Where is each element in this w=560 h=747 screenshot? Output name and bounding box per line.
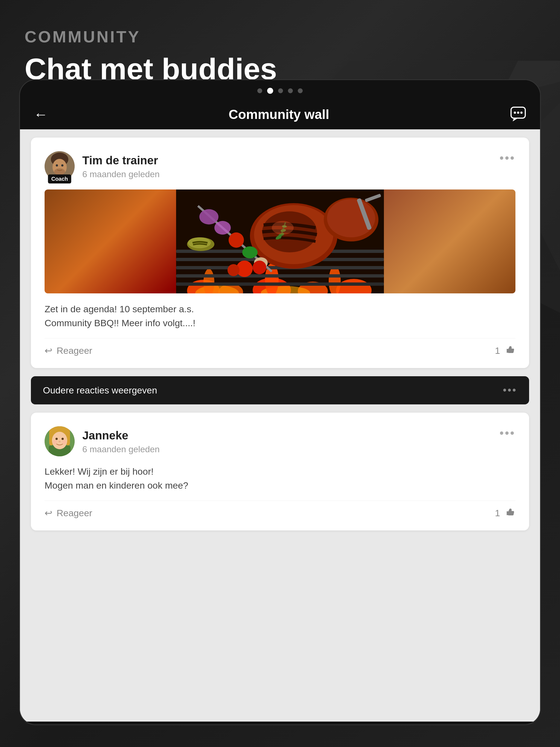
svg-point-36: [199, 209, 219, 225]
comment-card: Janneke 6 maanden geleden ••• Lekker! Wi…: [31, 413, 529, 531]
post-author-name: Tim de trainer: [82, 154, 160, 167]
comment-like-icon[interactable]: [505, 506, 515, 519]
svg-point-15: [54, 169, 65, 175]
svg-rect-31: [176, 282, 384, 286]
comment-reply-label: Reageer: [57, 508, 92, 518]
post-more-button[interactable]: •••: [500, 151, 515, 165]
post-card: Coach Tim de trainer 6 maanden geleden •…: [31, 137, 529, 368]
svg-rect-30: [176, 274, 384, 278]
app-screen: ← Community wall: [20, 99, 540, 722]
post-actions: ↩ Reageer 1: [45, 338, 515, 357]
post-image: [45, 189, 515, 293]
avatar-janneke: [45, 426, 75, 456]
nav-bar: ← Community wall: [20, 99, 540, 129]
comment-like-count: 1: [495, 508, 500, 518]
dot-3[interactable]: [278, 88, 283, 93]
reply-button[interactable]: ↩ Reageer: [45, 345, 92, 356]
svg-point-14: [61, 164, 63, 166]
svg-point-39: [242, 247, 258, 258]
post-text-line1: Zet in de agenda! 10 september a.s.: [45, 304, 194, 314]
comment-actions: ↩ Reageer 1: [45, 500, 515, 519]
post-header: Coach Tim de trainer 6 maanden geleden •…: [45, 151, 515, 181]
post-meta: Tim de trainer 6 maanden geleden: [82, 151, 160, 179]
back-button[interactable]: ←: [34, 106, 48, 123]
pagination-dots: [20, 80, 540, 99]
dot-1[interactable]: [257, 88, 262, 93]
comment-header: Janneke 6 maanden geleden •••: [45, 426, 515, 456]
svg-point-65: [62, 440, 67, 444]
post-text: Zet in de agenda! 10 september a.s. Comm…: [45, 302, 515, 330]
svg-point-38: [229, 232, 244, 248]
avatar-wrapper-janneke: [45, 426, 75, 456]
svg-point-9: [520, 111, 523, 114]
comment-text-line1: Lekker! Wij zijn er bij hoor!: [45, 466, 154, 476]
post-author-info: Coach Tim de trainer 6 maanden geleden: [45, 151, 160, 181]
older-comments-bar[interactable]: Oudere reacties weergeven •••: [31, 376, 529, 404]
comment-text-line2: Mogen man en kinderen ook mee?: [45, 480, 188, 491]
content-area: Coach Tim de trainer 6 maanden geleden •…: [20, 129, 540, 722]
comment-text: Lekker! Wij zijn er bij hoor! Mogen man …: [45, 465, 515, 492]
comment-time: 6 maanden geleden: [82, 444, 160, 455]
svg-point-54: [272, 221, 294, 235]
comment-author-info: Janneke 6 maanden geleden: [45, 426, 160, 456]
comment-reply-icon: ↩: [45, 508, 52, 518]
like-icon[interactable]: [505, 344, 515, 357]
comment-author-name: Janneke: [82, 429, 160, 442]
svg-point-50: [253, 261, 266, 274]
post-text-line2: Community BBQ!! Meer info volgt....!: [45, 318, 196, 328]
older-comments-label: Oudere reacties weergeven: [43, 385, 157, 396]
comment-like-section: 1: [495, 506, 515, 519]
svg-point-61: [55, 438, 58, 440]
coach-badge: Coach: [48, 175, 71, 183]
comment-meta: Janneke 6 maanden geleden: [82, 426, 160, 455]
older-comments-more[interactable]: •••: [503, 384, 517, 396]
reply-icon: ↩: [45, 345, 52, 356]
reply-label: Reageer: [57, 345, 92, 356]
like-count: 1: [495, 345, 500, 356]
like-section: 1: [495, 344, 515, 357]
community-label: COMMUNITY: [25, 27, 307, 46]
chat-icon[interactable]: [510, 106, 526, 123]
avatar-wrapper-tim: Coach: [45, 151, 75, 181]
nav-title: Community wall: [229, 107, 329, 122]
svg-point-51: [228, 264, 239, 276]
svg-point-62: [61, 438, 64, 440]
comment-more-button[interactable]: •••: [500, 426, 515, 440]
device-mockup: ← Community wall: [19, 79, 541, 725]
svg-point-8: [517, 111, 519, 114]
svg-point-64: [53, 440, 57, 444]
comment-reply-button[interactable]: ↩ Reageer: [45, 508, 92, 518]
svg-point-7: [514, 111, 516, 114]
svg-point-13: [56, 164, 58, 166]
svg-point-37: [214, 221, 231, 235]
dot-2[interactable]: [267, 88, 273, 94]
dot-5[interactable]: [298, 88, 303, 93]
svg-point-63: [58, 441, 61, 442]
post-time: 6 maanden geleden: [82, 169, 160, 179]
dot-4[interactable]: [288, 88, 293, 93]
